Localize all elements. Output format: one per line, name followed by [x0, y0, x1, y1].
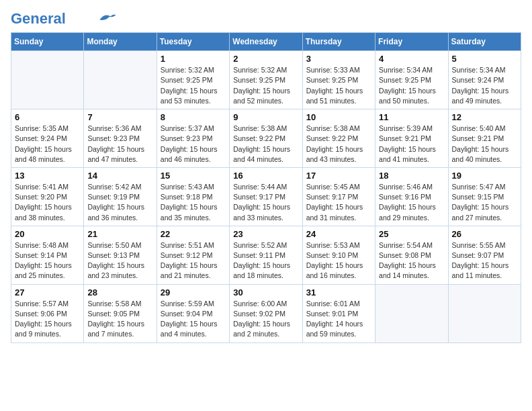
day-info: Sunrise: 6:01 AMSunset: 9:01 PMDaylight:…: [306, 299, 371, 340]
calendar-cell: 12Sunrise: 5:40 AMSunset: 9:21 PMDayligh…: [448, 109, 521, 168]
day-number: 9: [233, 112, 298, 122]
day-info: Sunrise: 5:53 AMSunset: 9:10 PMDaylight:…: [306, 240, 371, 281]
calendar-cell: 9Sunrise: 5:38 AMSunset: 9:22 PMDaylight…: [230, 109, 302, 168]
calendar-cell: 28Sunrise: 5:58 AMSunset: 9:05 PMDayligh…: [84, 284, 157, 342]
day-number: 2: [233, 54, 298, 64]
day-number: 6: [15, 112, 80, 122]
day-info: Sunrise: 5:38 AMSunset: 9:22 PMDaylight:…: [306, 124, 371, 165]
calendar-cell: 6Sunrise: 5:35 AMSunset: 9:24 PMDaylight…: [11, 109, 84, 168]
calendar-cell: 16Sunrise: 5:44 AMSunset: 9:17 PMDayligh…: [230, 167, 302, 226]
calendar-cell: 14Sunrise: 5:42 AMSunset: 9:19 PMDayligh…: [84, 167, 157, 226]
calendar-cell: 29Sunrise: 5:59 AMSunset: 9:04 PMDayligh…: [157, 284, 229, 342]
logo-text: General: [11, 11, 66, 27]
calendar-cell: 24Sunrise: 5:53 AMSunset: 9:10 PMDayligh…: [302, 226, 375, 284]
day-number: 23: [233, 229, 298, 239]
day-info: Sunrise: 5:40 AMSunset: 9:21 PMDaylight:…: [452, 124, 517, 165]
calendar-week-row: 6Sunrise: 5:35 AMSunset: 9:24 PMDaylight…: [11, 109, 521, 168]
day-number: 14: [87, 171, 152, 181]
day-info: Sunrise: 5:45 AMSunset: 9:17 PMDaylight:…: [306, 182, 371, 223]
calendar-cell: 5Sunrise: 5:34 AMSunset: 9:24 PMDaylight…: [448, 51, 521, 109]
calendar-cell: 20Sunrise: 5:48 AMSunset: 9:14 PMDayligh…: [11, 226, 84, 284]
day-info: Sunrise: 5:52 AMSunset: 9:11 PMDaylight:…: [233, 240, 298, 281]
day-info: Sunrise: 5:44 AMSunset: 9:17 PMDaylight:…: [233, 182, 298, 223]
calendar-cell: 17Sunrise: 5:45 AMSunset: 9:17 PMDayligh…: [302, 167, 375, 226]
day-info: Sunrise: 5:34 AMSunset: 9:25 PMDaylight:…: [379, 65, 444, 106]
day-info: Sunrise: 5:38 AMSunset: 9:22 PMDaylight:…: [233, 124, 298, 165]
calendar-cell: 22Sunrise: 5:51 AMSunset: 9:12 PMDayligh…: [157, 226, 229, 284]
weekday-header-thursday: Thursday: [302, 33, 375, 51]
day-info: Sunrise: 5:46 AMSunset: 9:16 PMDaylight:…: [379, 182, 444, 223]
calendar-cell: 26Sunrise: 5:55 AMSunset: 9:07 PMDayligh…: [448, 226, 521, 284]
day-info: Sunrise: 5:58 AMSunset: 9:05 PMDaylight:…: [87, 299, 152, 340]
day-number: 15: [161, 171, 226, 181]
day-info: Sunrise: 5:47 AMSunset: 9:15 PMDaylight:…: [452, 182, 517, 223]
logo: General: [11, 11, 117, 24]
day-info: Sunrise: 5:55 AMSunset: 9:07 PMDaylight:…: [452, 240, 517, 281]
day-info: Sunrise: 5:32 AMSunset: 9:25 PMDaylight:…: [161, 65, 226, 106]
calendar-cell: 25Sunrise: 5:54 AMSunset: 9:08 PMDayligh…: [375, 226, 448, 284]
calendar-cell: [84, 51, 157, 109]
calendar-cell: 4Sunrise: 5:34 AMSunset: 9:25 PMDaylight…: [375, 51, 448, 109]
day-number: 25: [379, 229, 444, 239]
page-header: General: [11, 11, 521, 24]
day-number: 5: [452, 54, 517, 64]
logo-bird-icon: [98, 11, 117, 24]
day-info: Sunrise: 5:32 AMSunset: 9:25 PMDaylight:…: [233, 65, 298, 106]
day-number: 26: [452, 229, 517, 239]
day-info: Sunrise: 5:33 AMSunset: 9:25 PMDaylight:…: [306, 65, 371, 106]
calendar-cell: 27Sunrise: 5:57 AMSunset: 9:06 PMDayligh…: [11, 284, 84, 342]
calendar-cell: 11Sunrise: 5:39 AMSunset: 9:21 PMDayligh…: [375, 109, 448, 168]
day-number: 7: [87, 112, 152, 122]
day-info: Sunrise: 5:37 AMSunset: 9:23 PMDaylight:…: [161, 124, 226, 165]
calendar-cell: 8Sunrise: 5:37 AMSunset: 9:23 PMDaylight…: [157, 109, 229, 168]
day-number: 31: [306, 287, 371, 298]
day-info: Sunrise: 5:36 AMSunset: 9:23 PMDaylight:…: [87, 124, 152, 165]
calendar-cell: 21Sunrise: 5:50 AMSunset: 9:13 PMDayligh…: [84, 226, 157, 284]
day-info: Sunrise: 5:54 AMSunset: 9:08 PMDaylight:…: [379, 240, 444, 281]
weekday-header-saturday: Saturday: [448, 33, 521, 51]
day-number: 18: [379, 171, 444, 181]
day-info: Sunrise: 5:41 AMSunset: 9:20 PMDaylight:…: [15, 182, 80, 223]
day-info: Sunrise: 5:42 AMSunset: 9:19 PMDaylight:…: [87, 182, 152, 223]
calendar-cell: 18Sunrise: 5:46 AMSunset: 9:16 PMDayligh…: [375, 167, 448, 226]
calendar-cell: 7Sunrise: 5:36 AMSunset: 9:23 PMDaylight…: [84, 109, 157, 168]
day-number: 19: [452, 171, 517, 181]
day-number: 4: [379, 54, 444, 64]
day-number: 28: [87, 287, 152, 298]
day-number: 1: [161, 54, 226, 64]
day-number: 16: [233, 171, 298, 181]
day-number: 22: [161, 229, 226, 239]
weekday-header-friday: Friday: [375, 33, 448, 51]
day-number: 13: [15, 171, 80, 181]
day-number: 29: [161, 287, 226, 298]
day-info: Sunrise: 5:34 AMSunset: 9:24 PMDaylight:…: [452, 65, 517, 106]
day-info: Sunrise: 5:43 AMSunset: 9:18 PMDaylight:…: [161, 182, 226, 223]
weekday-header-wednesday: Wednesday: [230, 33, 302, 51]
day-number: 30: [233, 287, 298, 298]
day-info: Sunrise: 5:48 AMSunset: 9:14 PMDaylight:…: [15, 240, 80, 281]
calendar-cell: 1Sunrise: 5:32 AMSunset: 9:25 PMDaylight…: [157, 51, 229, 109]
day-info: Sunrise: 5:59 AMSunset: 9:04 PMDaylight:…: [161, 299, 226, 340]
day-info: Sunrise: 5:51 AMSunset: 9:12 PMDaylight:…: [161, 240, 226, 281]
calendar-cell: 13Sunrise: 5:41 AMSunset: 9:20 PMDayligh…: [11, 167, 84, 226]
day-info: Sunrise: 5:39 AMSunset: 9:21 PMDaylight:…: [379, 124, 444, 165]
weekday-header-sunday: Sunday: [11, 33, 84, 51]
calendar-week-row: 20Sunrise: 5:48 AMSunset: 9:14 PMDayligh…: [11, 226, 521, 284]
calendar-table: SundayMondayTuesdayWednesdayThursdayFrid…: [11, 32, 521, 342]
calendar-week-row: 27Sunrise: 5:57 AMSunset: 9:06 PMDayligh…: [11, 284, 521, 342]
day-info: Sunrise: 5:50 AMSunset: 9:13 PMDaylight:…: [87, 240, 152, 281]
day-info: Sunrise: 5:57 AMSunset: 9:06 PMDaylight:…: [15, 299, 80, 340]
weekday-header-tuesday: Tuesday: [157, 33, 229, 51]
calendar-week-row: 1Sunrise: 5:32 AMSunset: 9:25 PMDaylight…: [11, 51, 521, 109]
calendar-cell: 10Sunrise: 5:38 AMSunset: 9:22 PMDayligh…: [302, 109, 375, 168]
calendar-cell: [375, 284, 448, 342]
calendar-cell: [11, 51, 84, 109]
day-number: 20: [15, 229, 80, 239]
day-number: 10: [306, 112, 371, 122]
calendar-cell: 23Sunrise: 5:52 AMSunset: 9:11 PMDayligh…: [230, 226, 302, 284]
day-number: 12: [452, 112, 517, 122]
calendar-cell: [448, 284, 521, 342]
calendar-cell: 30Sunrise: 6:00 AMSunset: 9:02 PMDayligh…: [230, 284, 302, 342]
calendar-cell: 3Sunrise: 5:33 AMSunset: 9:25 PMDaylight…: [302, 51, 375, 109]
calendar-header-row: SundayMondayTuesdayWednesdayThursdayFrid…: [11, 33, 521, 51]
